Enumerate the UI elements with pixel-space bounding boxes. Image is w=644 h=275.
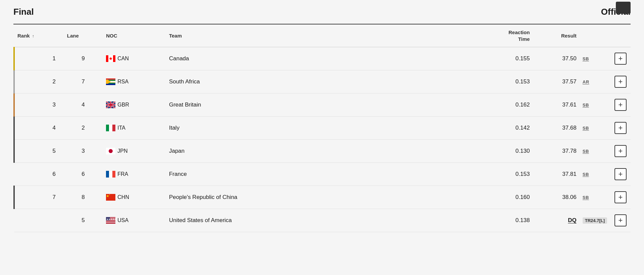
noc-code: USA bbox=[117, 217, 128, 223]
result-cell: DQ bbox=[533, 209, 580, 232]
expand-button[interactable]: + bbox=[614, 214, 627, 226]
noc-code: RSA bbox=[117, 79, 128, 85]
noc-code: FRA bbox=[117, 171, 128, 177]
svg-rect-27 bbox=[106, 171, 109, 178]
svg-rect-38 bbox=[106, 221, 115, 222]
svg-rect-28 bbox=[112, 171, 115, 178]
noc-cell: GBR bbox=[103, 93, 166, 117]
badge-cell: SB bbox=[580, 47, 610, 70]
table-row: 34 GBR Great Britain0.16237.61SB+ bbox=[14, 93, 631, 117]
team-cell: United States of America bbox=[166, 209, 474, 232]
lane-cell: 5 bbox=[64, 209, 103, 232]
flag-can-icon bbox=[106, 55, 115, 62]
action-cell: + bbox=[610, 93, 631, 117]
action-cell: + bbox=[610, 70, 631, 93]
badge-sb: SB bbox=[583, 172, 589, 177]
badge-sb: SB bbox=[583, 195, 589, 200]
badge-sb: SB bbox=[583, 149, 589, 154]
reaction-time-cell: 0.138 bbox=[474, 209, 533, 232]
result-cell: 38.06 bbox=[533, 186, 580, 209]
lane-cell: 3 bbox=[64, 140, 103, 163]
badge-sb: SB bbox=[583, 126, 589, 131]
badge-cell: AR bbox=[580, 70, 610, 93]
reaction-time-cell: 0.142 bbox=[474, 117, 533, 140]
noc-cell: RSA bbox=[103, 70, 166, 93]
svg-point-25 bbox=[109, 149, 113, 153]
lane-cell: 2 bbox=[64, 117, 103, 140]
flag-fra-icon bbox=[106, 171, 115, 178]
team-cell: Japan bbox=[166, 140, 474, 163]
noc-code: GBR bbox=[117, 102, 129, 108]
team-header: Team bbox=[166, 24, 474, 47]
rank-header[interactable]: Rank ↑ bbox=[14, 24, 64, 47]
noc-cell: CAN bbox=[103, 47, 166, 70]
expand-button[interactable]: + bbox=[614, 122, 627, 134]
noc-cell: JPN bbox=[103, 140, 166, 163]
rank-cell: 3 bbox=[14, 93, 64, 117]
page-title: Final bbox=[13, 7, 34, 17]
svg-rect-40 bbox=[106, 223, 115, 224]
expand-button[interactable]: + bbox=[614, 168, 627, 180]
svg-rect-37 bbox=[106, 221, 115, 221]
rank-cell: 1 bbox=[14, 47, 64, 70]
expand-button[interactable]: + bbox=[614, 191, 627, 203]
lane-cell: 7 bbox=[64, 70, 103, 93]
table-row: 27 RSA South Africa0.15337.57AR+ bbox=[14, 70, 631, 93]
lane-header: Lane bbox=[64, 24, 103, 47]
expand-button[interactable]: + bbox=[614, 53, 627, 65]
flag-ita-icon bbox=[106, 125, 115, 131]
rank-cell bbox=[14, 209, 64, 232]
reaction-time-cell: 0.162 bbox=[474, 93, 533, 117]
table-header-row: Rank ↑ Lane NOC Team ReactionTime Result bbox=[14, 24, 631, 47]
team-cell: South Africa bbox=[166, 70, 474, 93]
action-header bbox=[610, 24, 631, 47]
noc-header: NOC bbox=[103, 24, 166, 47]
noc-cell: CHN bbox=[103, 186, 166, 209]
flag-usa-icon: ★★★★★★★★★★★★★★★★★★★★★★★★★★★★★★★★★★★★★★★★… bbox=[106, 217, 115, 224]
top-right-button[interactable] bbox=[616, 2, 631, 14]
reaction-time-cell: 0.155 bbox=[474, 47, 533, 70]
noc-code: CAN bbox=[117, 56, 129, 62]
action-cell: + bbox=[610, 163, 631, 186]
result-cell: 37.57 bbox=[533, 70, 580, 93]
table-row: 42 ITA Italy0.14237.68SB+ bbox=[14, 117, 631, 140]
svg-rect-0 bbox=[106, 55, 108, 62]
flag-chn-icon bbox=[106, 194, 115, 201]
result-cell: 37.61 bbox=[533, 93, 580, 117]
badge-cell: SB bbox=[580, 93, 610, 117]
team-cell: Great Britain bbox=[166, 93, 474, 117]
rank-cell: 4 bbox=[14, 117, 64, 140]
reaction-time-cell: 0.153 bbox=[474, 163, 533, 186]
svg-rect-2 bbox=[113, 55, 115, 62]
result-cell: 37.50 bbox=[533, 47, 580, 70]
noc-code: JPN bbox=[117, 148, 127, 154]
reaction-time-cell: 0.153 bbox=[474, 70, 533, 93]
svg-rect-23 bbox=[112, 125, 115, 131]
svg-text:★★★★★★★★★★★★★★★★★★★★★★★★★★★★★★: ★★★★★★★★★★★★★★★★★★★★★★★★★★★★★★★★★★★★★★★★… bbox=[106, 218, 115, 220]
expand-button[interactable]: + bbox=[614, 76, 627, 88]
expand-button[interactable]: + bbox=[614, 145, 627, 157]
rank-cell: 2 bbox=[14, 70, 64, 93]
reaction-time-cell: 0.130 bbox=[474, 140, 533, 163]
dq-label: DQ bbox=[568, 217, 577, 223]
noc-cell: ★★★★★★★★★★★★★★★★★★★★★★★★★★★★★★★★★★★★★★★★… bbox=[103, 209, 166, 232]
table-row: 66 FRA France0.15337.81SB+ bbox=[14, 163, 631, 186]
results-table: Rank ↑ Lane NOC Team ReactionTime Result bbox=[13, 24, 631, 232]
badge-cell: TR24.7[L] bbox=[580, 209, 610, 232]
noc-cell: ITA bbox=[103, 117, 166, 140]
flag-rsa-icon bbox=[106, 78, 115, 85]
expand-button[interactable]: + bbox=[614, 99, 627, 111]
badge-cell: SB bbox=[580, 186, 610, 209]
action-cell: + bbox=[610, 47, 631, 70]
team-cell: France bbox=[166, 163, 474, 186]
table-row: 53 JPN Japan0.13037.78SB+ bbox=[14, 140, 631, 163]
badge-sb: SB bbox=[583, 56, 589, 61]
lane-cell: 6 bbox=[64, 163, 103, 186]
badge-cell: SB bbox=[580, 163, 610, 186]
noc-code: CHN bbox=[117, 194, 129, 200]
rank-cell: 7 bbox=[14, 186, 64, 209]
table-row: 19 CAN Canada0.15537.50SB+ bbox=[14, 47, 631, 70]
badge-ar: AR bbox=[583, 79, 589, 84]
result-header: Result bbox=[533, 24, 580, 47]
badge-cell: SB bbox=[580, 117, 610, 140]
